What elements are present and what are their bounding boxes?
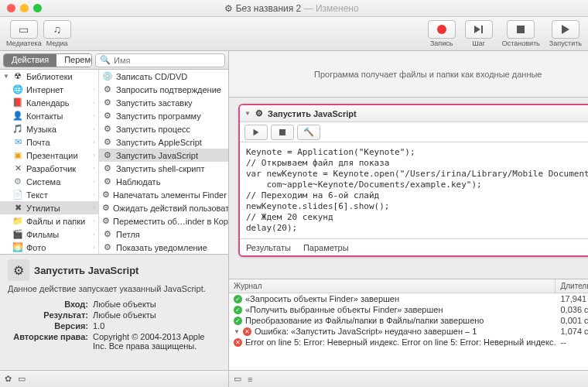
tab-variables[interactable]: Переменные <box>56 54 92 67</box>
library-panel: Действия Переменные 🔍 ▼☢Библиотеки🌐Интер… <box>0 51 229 387</box>
log-row[interactable]: ✕Error on line 5: Error: Неверный индекс… <box>229 337 588 348</box>
log-list-icon[interactable]: ≡ <box>248 375 252 384</box>
actions-list[interactable]: 💿Записать CD/DVD⚙Запросить подтверждение… <box>99 70 228 254</box>
log-header-duration[interactable]: Длительность <box>556 279 588 293</box>
play-icon <box>562 25 569 34</box>
library-button[interactable]: ▭ <box>10 20 38 39</box>
library-header[interactable]: ▼☢Библиотеки <box>0 70 98 83</box>
script-editor[interactable]: Keynote = Application("Keynote"); // Отк… <box>240 142 588 238</box>
info-version-key: Версия: <box>8 321 93 330</box>
info-input-key: Вход: <box>8 300 93 309</box>
hammer-icon: 🔨 <box>303 127 314 137</box>
workflow-canvas[interactable]: ▼ ⚙︎ Запустить JavaScript ✕ 🔨 Keynote = … <box>229 98 588 279</box>
script-stop-button[interactable] <box>271 125 294 140</box>
tab-actions[interactable]: Действия <box>4 54 56 67</box>
run-label: Запустить <box>549 39 582 47</box>
action-item[interactable]: ⚙Ожидать действий пользователя <box>99 201 228 214</box>
info-input-val: Любые объекты <box>93 300 220 309</box>
action-item[interactable]: ⚙Напечатать элементы Finder <box>99 188 228 201</box>
action-item[interactable]: ⚙Показать уведомление <box>99 241 228 254</box>
action-item[interactable]: ⚙Запустить shell-скрипт <box>99 162 228 175</box>
titlebar: ⚙︎ Без названия 2 — Изменено <box>0 0 588 17</box>
action-item[interactable]: ⚙Запустить AppleScript <box>99 135 228 149</box>
view-icon[interactable]: ▭ <box>18 374 26 384</box>
action-item[interactable]: ⚙Запустить процесс <box>99 122 228 135</box>
log-header-journal[interactable]: Журнал <box>229 279 556 293</box>
run-button[interactable] <box>552 20 579 39</box>
left-footer: ✿ ▭ <box>0 370 228 387</box>
action-item[interactable]: ⚙Петля <box>99 228 228 241</box>
workflow-panel: Программа получает файлы и папки как вхо… <box>229 51 588 387</box>
minimize-window-button[interactable] <box>20 4 29 12</box>
log-row[interactable]: ✓«Запросить объекты Finder» завершен17,9… <box>229 293 588 304</box>
action-run-javascript[interactable]: ▼ ⚙︎ Запустить JavaScript ✕ 🔨 Keynote = … <box>238 104 588 257</box>
library-item[interactable]: 🎬Фильмы› <box>0 228 98 241</box>
library-item[interactable]: ⚙Система› <box>0 175 98 188</box>
library-categories[interactable]: ▼☢Библиотеки🌐Интернет›📕Календарь›👤Контак… <box>0 70 99 254</box>
zoom-window-button[interactable] <box>33 4 42 12</box>
library-tabs: Действия Переменные <box>3 53 92 67</box>
library-item[interactable]: 🌐Интернет› <box>0 83 98 96</box>
info-copy-val: Copyright © 2004-2013 Apple Inc. Все пра… <box>93 332 220 351</box>
gear-icon: ⚙︎ <box>255 108 263 118</box>
info-result-key: Результат: <box>8 310 93 320</box>
stop-icon <box>517 26 525 33</box>
search-field[interactable]: 🔍 <box>95 53 225 67</box>
library-item[interactable]: 📄Текст› <box>0 188 98 201</box>
action-item[interactable]: ⚙Переместить об…inder в Корзину <box>99 214 228 228</box>
action-big-icon: ⚙︎ <box>8 259 29 281</box>
media-button[interactable]: ♫ <box>43 20 71 39</box>
record-icon <box>437 25 446 34</box>
step-icon <box>474 26 483 33</box>
success-icon: ✓ <box>234 317 242 325</box>
action-item[interactable]: ⚙Запустить заставку <box>99 96 228 109</box>
library-item[interactable]: ✉Почта› <box>0 135 98 149</box>
step-label: Шаг <box>472 39 485 47</box>
library-item[interactable]: 📁Файлы и папки› <box>0 214 98 228</box>
record-label: Запись <box>430 39 453 47</box>
library-item[interactable]: 📕Календарь› <box>0 96 98 109</box>
stop-button[interactable] <box>507 20 535 39</box>
library-item[interactable]: 🎵Музыка› <box>0 122 98 135</box>
toolbar: ▭ Медиатека ♫ Медиа Запись Шаг Остановит… <box>0 17 588 51</box>
library-item[interactable]: 🌅Фото› <box>0 241 98 254</box>
search-icon: 🔍 <box>100 55 111 65</box>
log-rows[interactable]: ✓«Запросить объекты Finder» завершен17,9… <box>229 293 588 370</box>
log-row[interactable]: ▼✕Ошибка: «Запустить JavaScript» неудачн… <box>229 326 588 337</box>
doc-state: Изменено <box>316 3 359 14</box>
library-item[interactable]: 👤Контакты› <box>0 109 98 122</box>
log-row[interactable]: ✓«Получить выбранные объекты Finder» зав… <box>229 304 588 315</box>
library-item[interactable]: ✖Утилиты› <box>0 201 98 214</box>
app-icon: ⚙︎ <box>224 3 233 14</box>
tab-results[interactable]: Результаты <box>246 243 291 252</box>
settings-icon[interactable]: ✿ <box>5 374 12 384</box>
step-button[interactable] <box>465 20 493 39</box>
log-panel: Журнал Длительность ✓«Запросить объекты … <box>229 279 588 370</box>
action-item[interactable]: ⚙Запустить программу <box>99 109 228 122</box>
play-icon <box>254 128 259 135</box>
action-item[interactable]: ⚙Запустить JavaScript <box>99 149 228 162</box>
search-input[interactable] <box>114 56 220 65</box>
success-icon: ✓ <box>234 295 242 303</box>
info-version-val: 1.0 <box>93 321 220 330</box>
workflow-input-message: Программа получает файлы и папки как вхо… <box>229 51 588 98</box>
library-item[interactable]: ✕Разработчик› <box>0 162 98 175</box>
info-description: Данное действие запускает указанный Java… <box>8 284 220 293</box>
info-result-val: Любые объекты <box>93 310 220 320</box>
log-row[interactable]: ✓Преобразование из Файлы/папки в Файлы/п… <box>229 315 588 326</box>
script-compile-button[interactable]: 🔨 <box>297 125 320 140</box>
success-icon: ✓ <box>234 306 242 314</box>
action-item[interactable]: 💿Записать CD/DVD <box>99 70 228 83</box>
action-item[interactable]: ⚙Запросить подтверждение <box>99 83 228 96</box>
stop-icon <box>279 129 285 135</box>
record-button[interactable] <box>428 20 456 39</box>
tab-parameters[interactable]: Параметры <box>303 243 349 252</box>
disclosure-icon[interactable]: ▼ <box>244 110 251 117</box>
action-item[interactable]: ⚙Наблюдать <box>99 175 228 188</box>
library-item[interactable]: ▣Презентации› <box>0 149 98 162</box>
info-title: Запустить JavaScript <box>34 265 138 276</box>
script-run-button[interactable] <box>244 125 268 140</box>
info-copy-key: Авторские права: <box>8 332 93 351</box>
log-view-icon[interactable]: ▭ <box>234 374 241 384</box>
close-window-button[interactable] <box>7 4 15 12</box>
